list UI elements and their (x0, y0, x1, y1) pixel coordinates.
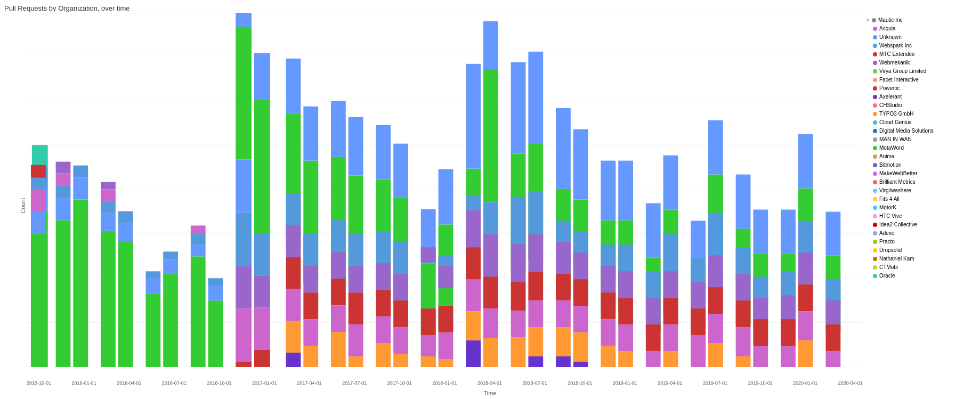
legend-item: MAN IN WAN (865, 135, 977, 144)
legend-item: Facet Interactive (865, 76, 977, 84)
svg-rect-32 (56, 162, 71, 174)
svg-rect-63 (236, 362, 252, 367)
svg-rect-61 (236, 266, 252, 308)
svg-rect-71 (286, 59, 301, 113)
svg-rect-209 (708, 255, 723, 287)
svg-rect-124 (439, 306, 453, 332)
svg-rect-205 (691, 335, 706, 367)
svg-rect-97 (349, 324, 363, 356)
svg-rect-132 (466, 279, 481, 311)
svg-rect-43 (118, 211, 133, 223)
svg-rect-172 (573, 362, 588, 367)
svg-rect-227 (781, 209, 796, 253)
svg-rect-217 (736, 300, 751, 327)
svg-rect-181 (618, 161, 633, 221)
svg-rect-188 (646, 203, 661, 257)
svg-rect-160 (556, 242, 571, 274)
bar-chart: 160 140 120 100 80 60 40 20 0 (27, 11, 863, 367)
svg-rect-54 (208, 300, 223, 367)
svg-rect-86 (331, 101, 346, 157)
svg-rect-58 (236, 13, 252, 27)
svg-rect-134 (466, 340, 481, 367)
legend-item: MotaWord (865, 144, 977, 152)
svg-rect-144 (511, 197, 526, 244)
svg-rect-138 (483, 234, 498, 276)
svg-rect-179 (601, 346, 615, 367)
svg-rect-117 (421, 308, 436, 335)
svg-rect-95 (349, 266, 363, 292)
svg-rect-243 (825, 324, 840, 351)
svg-rect-139 (483, 276, 498, 308)
legend-item: CTMobi (865, 263, 977, 272)
svg-rect-96 (349, 292, 363, 324)
legend-item: Anima (865, 152, 977, 161)
svg-rect-98 (349, 356, 363, 367)
legend-item: Dropsolid (865, 246, 977, 255)
svg-rect-33 (73, 199, 88, 367)
svg-rect-192 (646, 351, 661, 367)
svg-rect-36 (101, 231, 116, 367)
svg-rect-196 (663, 271, 678, 298)
svg-rect-75 (286, 289, 301, 321)
svg-rect-126 (439, 359, 453, 367)
svg-rect-60 (236, 213, 252, 266)
svg-rect-121 (439, 169, 453, 225)
svg-rect-169 (573, 279, 588, 306)
legend-item: Digital Media Solutions (865, 127, 977, 135)
svg-rect-136 (483, 21, 498, 69)
svg-rect-203 (691, 282, 706, 308)
svg-rect-145 (511, 244, 526, 281)
svg-rect-48 (163, 259, 178, 274)
svg-rect-77 (286, 353, 301, 367)
svg-rect-109 (393, 274, 408, 300)
svg-rect-194 (663, 156, 678, 210)
svg-rect-44 (145, 294, 160, 367)
svg-rect-68 (254, 307, 270, 350)
svg-rect-164 (556, 356, 571, 367)
svg-rect-23 (31, 234, 46, 367)
legend-item: CHStudio (865, 101, 977, 110)
svg-rect-225 (753, 346, 768, 367)
legend-item: TYPO3 GmbH (865, 110, 977, 118)
svg-rect-156 (528, 356, 543, 367)
svg-rect-198 (663, 324, 678, 351)
svg-rect-26 (31, 178, 46, 190)
svg-rect-79 (303, 107, 318, 161)
svg-rect-228 (781, 271, 796, 298)
svg-rect-185 (618, 324, 633, 351)
svg-rect-166 (573, 129, 588, 200)
legend-item: Adevo (865, 229, 977, 238)
svg-rect-147 (511, 311, 526, 337)
svg-rect-49 (163, 251, 178, 259)
chart-container: Pull Requests by Organization, over time… (0, 0, 980, 399)
legend-item: Practo (865, 238, 977, 246)
svg-rect-62 (236, 308, 252, 362)
svg-rect-107 (393, 144, 408, 198)
svg-rect-236 (798, 284, 813, 311)
svg-rect-135 (483, 69, 498, 202)
svg-rect-197 (663, 298, 678, 324)
svg-rect-148 (511, 337, 526, 367)
svg-rect-46 (145, 271, 160, 279)
legend-item: ✕ Mautic Inc (865, 16, 977, 25)
legend-item: Bitmotion (865, 161, 977, 169)
svg-rect-183 (618, 271, 633, 298)
svg-rect-82 (303, 292, 318, 319)
svg-rect-28 (56, 220, 71, 367)
svg-rect-223 (753, 298, 768, 319)
svg-rect-214 (736, 175, 751, 229)
svg-rect-103 (376, 290, 391, 316)
legend-item: MakeWebBetter (865, 169, 977, 178)
svg-rect-218 (736, 327, 751, 356)
svg-rect-176 (601, 266, 615, 292)
svg-rect-80 (303, 234, 318, 266)
svg-rect-30 (56, 185, 71, 198)
svg-rect-42 (118, 223, 133, 241)
svg-rect-230 (781, 319, 796, 346)
svg-rect-235 (798, 253, 813, 284)
svg-rect-191 (646, 324, 661, 351)
svg-rect-125 (439, 332, 453, 359)
svg-rect-212 (708, 343, 723, 367)
svg-rect-244 (825, 351, 840, 367)
svg-rect-154 (528, 300, 543, 327)
